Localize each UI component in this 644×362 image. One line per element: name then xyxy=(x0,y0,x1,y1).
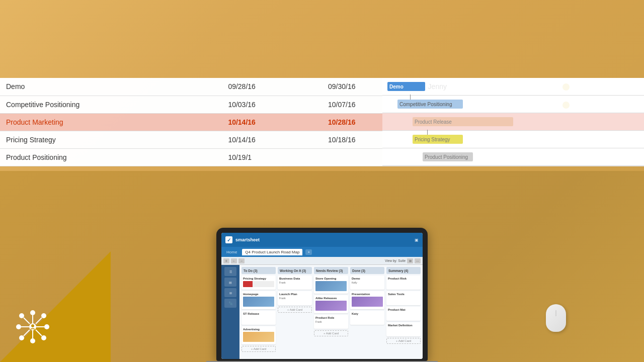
ss-toolbar-btn-1[interactable]: ≡ xyxy=(223,258,229,263)
brand-logo xyxy=(13,307,53,347)
ss-card-1[interactable]: Pricing Strategy xyxy=(242,276,276,290)
ss-card-4[interactable]: Advertising xyxy=(242,326,276,344)
laptop-display: ✓ smartsheet ▣ Home Q4 Product Launch Ro… xyxy=(221,233,423,359)
ss-card-title: Pricing Strategy xyxy=(243,277,274,280)
ss-card-title: Demo xyxy=(352,277,383,280)
ss-add-card-btn-5[interactable]: + Add Card xyxy=(386,338,421,344)
ss-card-demo[interactable]: Demo Kelly xyxy=(350,276,384,290)
ss-card-business[interactable]: Business Data Frank xyxy=(278,276,312,290)
gantt-row-pricing: Pricing Strategy xyxy=(382,131,644,148)
task-name: Pricing Strategy xyxy=(0,131,222,148)
ss-card-title: ST Release xyxy=(243,312,274,315)
ss-card-katy[interactable]: Katy xyxy=(350,311,384,325)
ss-card-title: Market Definition xyxy=(388,324,419,327)
ss-card-product-role[interactable]: Product Role Frank xyxy=(314,315,348,329)
svg-point-8 xyxy=(41,335,46,340)
ss-logo-checkmark: ✓ xyxy=(225,236,232,243)
ss-card-detail: Frank xyxy=(315,320,347,323)
ss-card-bar xyxy=(243,281,274,287)
ss-card-risk[interactable]: Product Risk xyxy=(386,276,421,290)
ss-add-card-btn-2[interactable]: + Add Card xyxy=(278,307,312,313)
ss-column-todo: To Do (3) Pricing Strategy Homepage ST R… xyxy=(242,267,276,357)
ss-card-market[interactable]: Market Definition xyxy=(386,322,421,336)
ss-kanban-board: To Do (3) Pricing Strategy Homepage ST R… xyxy=(239,265,423,359)
gantt-label-positioning: Product Positioning xyxy=(425,154,468,160)
svg-point-6 xyxy=(41,313,46,318)
ss-header-right: ▣ xyxy=(415,238,419,242)
gantt-label-pricing: Pricing Strategy xyxy=(415,137,450,142)
ss-card-title: Presentation xyxy=(352,293,383,296)
ss-card-3[interactable]: ST Release xyxy=(242,311,276,325)
ss-toolbar-btn-2[interactable]: ← xyxy=(231,258,237,263)
gantt-row-demo: Demo xyxy=(382,78,644,96)
ss-nav-tabs: Home Q4 Product Launch Road Map + xyxy=(221,247,423,257)
gantt-row-competitive: Competitive Positioning xyxy=(382,96,644,113)
ss-card-launch[interactable]: Launch Plan Frank xyxy=(278,291,312,305)
ss-card-title: Business Data xyxy=(279,277,310,280)
ss-card-detail: Frank xyxy=(279,297,310,300)
ss-card-title: Altke Releases xyxy=(315,297,347,300)
svg-point-2 xyxy=(30,338,35,343)
svg-line-16 xyxy=(36,330,42,336)
gantt-label-demo: Demo xyxy=(389,84,404,89)
ss-column-working: Working On It (3) Business Data Frank La… xyxy=(278,267,312,357)
ss-add-card-btn-3[interactable]: + Add Card xyxy=(314,330,348,336)
ss-card-title: Product Risk xyxy=(388,277,419,280)
gantt-label-competitive: Competitive Positioning xyxy=(399,102,452,107)
ss-card-title: Product Mat xyxy=(388,308,419,311)
ss-card-detail: Frank xyxy=(279,281,310,284)
start-date: 10/14/16 xyxy=(222,113,322,131)
ss-main-area: ☰ ▤ ⊞ 📎 To Do (3) Pricing Strategy xyxy=(221,265,423,359)
ss-card-title: Store Opening xyxy=(315,277,347,280)
start-date: 09/28/16 xyxy=(222,78,322,96)
svg-line-13 xyxy=(24,318,30,324)
laptop-screen: ✓ smartsheet ▣ Home Q4 Product Launch Ro… xyxy=(216,228,428,361)
ss-card-sales[interactable]: Sales Tools xyxy=(386,291,421,305)
ss-toolbar-fields[interactable]: ⊞ xyxy=(407,258,413,263)
gantt-label-product: Product Release xyxy=(415,119,452,125)
ss-col-header-summary: Summary (4) xyxy=(386,267,421,274)
ss-col-header-todo: To Do (3) xyxy=(242,267,276,274)
gantt-row-product: Product Release xyxy=(382,113,644,131)
ss-toolbar-menu[interactable]: ⋯ xyxy=(415,258,421,263)
ss-add-card-btn[interactable]: + Add Card xyxy=(242,346,276,352)
ss-card-releases[interactable]: Altke Releases xyxy=(314,295,348,313)
ss-sidebar-icon-3[interactable]: ⊞ xyxy=(224,288,236,297)
ss-column-done: Done (3) Demo Kelly Presentation Katy xyxy=(350,267,384,357)
ss-col-header-done: Done (3) xyxy=(350,267,384,274)
ss-card-2[interactable]: Homepage xyxy=(242,291,276,309)
ss-col-header-working: Working On It (3) xyxy=(278,267,312,274)
svg-line-15 xyxy=(24,330,30,336)
ss-toolbar-btn-3[interactable]: → xyxy=(238,258,245,263)
task-name: Competitive Positioning xyxy=(0,96,222,113)
svg-point-7 xyxy=(19,335,24,340)
task-name: Product Positioning xyxy=(0,148,222,166)
ss-card-image xyxy=(243,297,274,307)
ss-sidebar-icon-1[interactable]: ☰ xyxy=(224,267,236,276)
ss-col-header-review: Needs Review (3) xyxy=(314,267,348,274)
ss-nav-active-tab[interactable]: Q4 Product Launch Road Map xyxy=(242,249,302,255)
ss-card-image-presentation xyxy=(352,297,383,307)
ss-card-product-mat[interactable]: Product Mat xyxy=(386,307,421,321)
ss-card-title: Sales Tools xyxy=(388,293,419,296)
start-date: 10/19/1 xyxy=(222,148,322,166)
ss-card-store[interactable]: Store Opening xyxy=(314,276,348,294)
laptop: ✓ smartsheet ▣ Home Q4 Product Launch Ro… xyxy=(206,228,438,362)
ss-cards-content: To Do (3) Pricing Strategy Homepage ST R… xyxy=(239,265,423,359)
ss-nav-home[interactable]: Home xyxy=(224,249,239,255)
ss-card-title: Launch Plan xyxy=(279,293,310,296)
ss-card-presentation[interactable]: Presentation xyxy=(350,291,384,309)
ss-sidebar-icon-2[interactable]: ▤ xyxy=(224,278,236,287)
gantt-chart: Demo Competitive Positioning Product Rel… xyxy=(382,78,644,166)
ss-card-title: Homepage xyxy=(243,293,274,296)
ss-nav-add[interactable]: + xyxy=(305,249,312,255)
ss-brand-name: smartsheet xyxy=(235,237,260,242)
ss-column-review: Needs Review (3) Store Opening Altke Rel… xyxy=(314,267,348,357)
gantt-row-positioning: Product Positioning xyxy=(382,148,644,166)
ss-card-image-warm xyxy=(243,332,274,342)
ss-card-image-store xyxy=(315,281,347,291)
svg-line-14 xyxy=(36,318,42,324)
ss-sidebar-icon-4[interactable]: 📎 xyxy=(224,299,236,308)
svg-point-17 xyxy=(31,324,34,327)
svg-point-1 xyxy=(30,310,35,315)
